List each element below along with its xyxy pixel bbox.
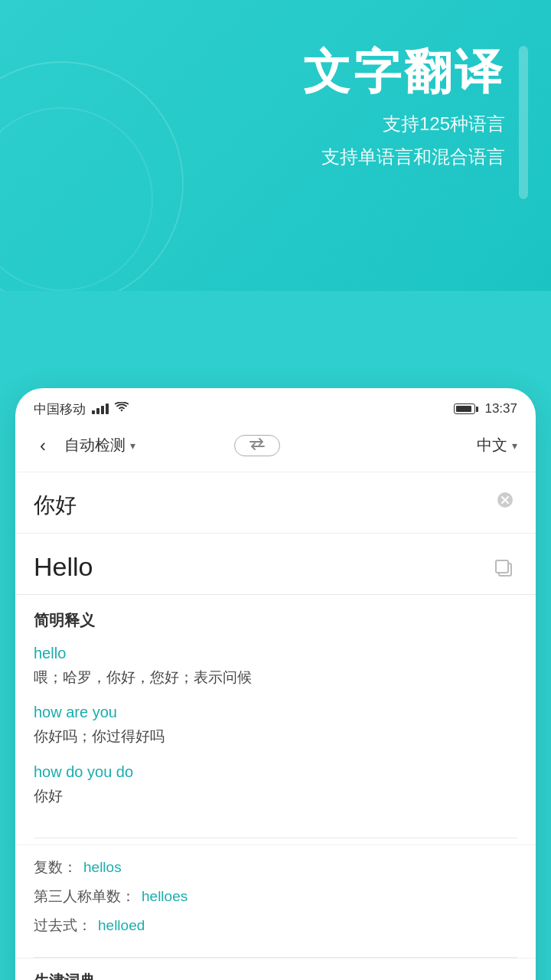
app-title: 文字翻译 xyxy=(0,46,505,98)
dict-meaning-0: 喂；哈罗，你好，您好；表示问候 xyxy=(34,667,517,689)
signal-icon xyxy=(92,403,109,414)
copy-button[interactable] xyxy=(490,554,517,582)
back-button[interactable]: ‹ xyxy=(34,432,52,459)
source-language-selector[interactable]: 自动检测 ▾ xyxy=(64,435,135,456)
word-forms-section: 复数： hellos 第三人称单数： helloes 过去式： helloed xyxy=(15,844,536,957)
dict-entry-2: how do you do 你好 xyxy=(34,763,517,808)
input-area[interactable]: 你好 xyxy=(15,472,536,534)
signal-bar-2 xyxy=(96,408,99,414)
carrier-label: 中国移动 xyxy=(34,400,86,418)
word-form-value-0: hellos xyxy=(83,859,122,876)
word-form-0: 复数： hellos xyxy=(34,858,517,877)
word-form-label-2: 过去式： xyxy=(34,916,92,936)
dict-entry-1: how are you 你好吗；你过得好吗 xyxy=(34,704,517,748)
time-label: 13:37 xyxy=(484,401,517,416)
target-dropdown-icon: ▾ xyxy=(512,439,517,452)
target-lang-label: 中文 xyxy=(477,435,507,456)
dict-phrase-2: how do you do xyxy=(34,763,517,781)
word-form-2: 过去式： helloed xyxy=(34,916,517,936)
dict-meaning-2: 你好 xyxy=(34,786,517,808)
svg-rect-2 xyxy=(496,560,508,573)
scroll-content: 简明释义 hello 喂；哈罗，你好，您好；表示问候 how are you 你… xyxy=(15,595,536,980)
dict-meaning-1: 你好吗；你过得好吗 xyxy=(34,726,517,748)
divider-1 xyxy=(34,838,517,838)
signal-bar-4 xyxy=(106,403,109,414)
status-bar: 中国移动 1 xyxy=(15,388,536,424)
wifi-icon xyxy=(115,402,129,416)
status-right: 13:37 xyxy=(454,401,517,416)
signal-bar-1 xyxy=(92,410,95,414)
header-area: 文字翻译 支持125种语言 支持单语言和混合语言 xyxy=(0,0,551,174)
word-form-1: 第三人称单数： helloes xyxy=(34,887,517,906)
battery-icon xyxy=(454,403,478,414)
subtitle-line2: 支持单语言和混合语言 xyxy=(321,146,505,167)
dict-phrase-0: hello xyxy=(34,645,517,662)
source-dropdown-icon: ▾ xyxy=(130,439,135,452)
nav-bar: ‹ 自动检测 ▾ 中文 ▾ xyxy=(15,424,536,472)
source-lang-label: 自动检测 xyxy=(64,435,126,456)
word-form-value-2: helloed xyxy=(98,917,145,934)
result-text: Hello xyxy=(34,552,517,582)
language-switch-button[interactable] xyxy=(234,435,280,456)
phone-card: 中国移动 1 xyxy=(15,388,536,980)
switch-icon xyxy=(249,438,266,453)
clear-button[interactable] xyxy=(493,488,517,512)
status-left: 中国移动 xyxy=(34,400,129,418)
signal-bar-3 xyxy=(101,406,104,414)
app-subtitle: 支持125种语言 支持单语言和混合语言 xyxy=(0,107,505,173)
word-form-label-0: 复数： xyxy=(34,858,77,877)
word-form-label-1: 第三人称单数： xyxy=(34,887,135,906)
subtitle-line1: 支持125种语言 xyxy=(383,113,505,134)
dict-phrase-1: how are you xyxy=(34,704,517,721)
dictionary-section: 简明释义 hello 喂；哈罗，你好，您好；表示问候 how are you 你… xyxy=(15,595,536,838)
related-section-title: 生津词典 xyxy=(15,958,536,980)
result-area: Hello xyxy=(15,534,536,595)
dict-entry-0: hello 喂；哈罗，你好，您好；表示问候 xyxy=(34,645,517,689)
dictionary-title: 简明释义 xyxy=(34,610,517,631)
input-text: 你好 xyxy=(34,491,517,520)
target-language-selector[interactable]: 中文 ▾ xyxy=(477,435,517,456)
word-form-value-1: helloes xyxy=(142,888,187,905)
